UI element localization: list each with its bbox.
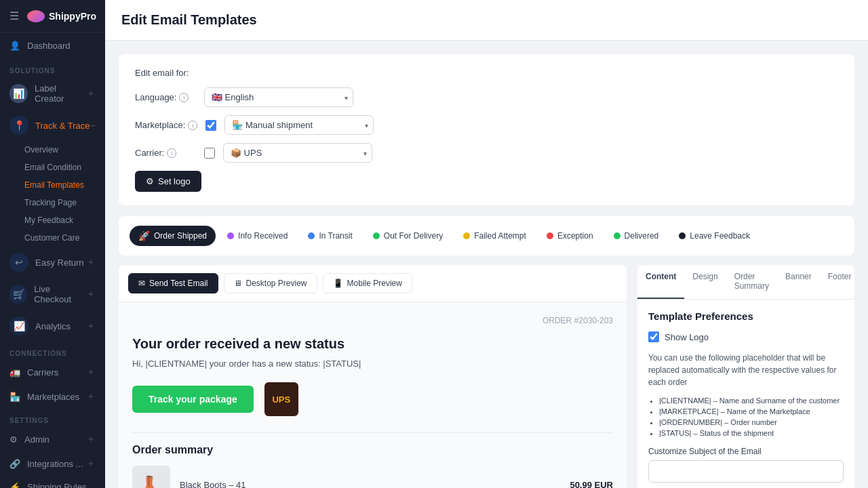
ups-logo: UPS xyxy=(264,382,298,416)
sidebar-sub-customer-care[interactable]: Customer Care xyxy=(0,229,105,247)
marketplace-checkbox[interactable] xyxy=(205,120,216,131)
send-test-email-button[interactable]: ✉ Send Test Email xyxy=(128,273,218,293)
settings-tab-footer[interactable]: Footer xyxy=(820,265,854,299)
dashboard-icon: 👤 xyxy=(9,41,20,51)
sidebar-item-analytics[interactable]: 📈 Analytics ＋ xyxy=(0,310,105,342)
tab-in-transit-label: In Transit xyxy=(319,231,352,241)
sidebar-sub-tracking-page[interactable]: Tracking Page xyxy=(0,194,105,211)
settings-panel-tabs: Content Design Order Summary Banner Foot… xyxy=(637,265,854,300)
tab-leave-feedback-icon xyxy=(679,232,686,239)
sidebar-sub-email-condition[interactable]: Email Condition xyxy=(0,159,105,176)
show-logo-checkbox[interactable] xyxy=(648,331,659,342)
label-creator-expand-icon[interactable]: ＋ xyxy=(86,87,96,100)
logo-icon xyxy=(27,10,45,22)
tab-leave-feedback-label: Leave Feedback xyxy=(690,231,750,241)
ups-text: UPS xyxy=(272,394,290,405)
sidebar-item-carriers[interactable]: 🚛 Carriers ＋ xyxy=(0,360,105,384)
content-area: Edit email for: Language: i 🇬🇧 English ▾… xyxy=(105,41,868,488)
tab-order-shipped[interactable]: 🚀 Order Shipped xyxy=(130,226,216,246)
sidebar-item-easy-return[interactable]: ↩ Easy Return ＋ xyxy=(0,247,105,278)
email-body-text: Hi, |CLIENTNAME| your order has a new st… xyxy=(132,359,613,369)
tab-exception[interactable]: Exception xyxy=(538,226,602,245)
carriers-expand-icon[interactable]: ＋ xyxy=(86,366,96,378)
placeholder-info: You can use the following placeholder th… xyxy=(648,352,844,388)
template-preferences-title: Template Preferences xyxy=(648,310,844,322)
tab-leave-feedback[interactable]: Leave Feedback xyxy=(670,226,759,245)
tab-out-for-delivery[interactable]: Out For Delivery xyxy=(364,226,452,245)
tab-in-transit-icon xyxy=(308,232,315,239)
editor-area: ✉ Send Test Email 🖥 Desktop Preview 📱 Mo… xyxy=(119,265,854,488)
settings-tab-design[interactable]: Design xyxy=(684,265,726,299)
integrations-expand-icon[interactable]: ＋ xyxy=(86,458,96,470)
tab-failed-attempt-icon xyxy=(463,232,470,239)
sidebar-item-label-creator[interactable]: 📊 Label Creator ＋ xyxy=(0,77,105,110)
live-checkout-icon: 🛒 xyxy=(9,285,27,304)
sidebar-sub-overview[interactable]: Overview xyxy=(0,141,105,159)
sidebar-item-integrations[interactable]: 🔗 Integrations ... ＋ xyxy=(0,451,105,476)
order-item-price: 50.99 EUR xyxy=(570,480,613,489)
marketplace-select-wrapper[interactable]: 🏪 Manual shipment ▾ xyxy=(224,115,374,135)
settings-tab-order-summary[interactable]: Order Summary xyxy=(726,265,777,299)
placeholder-clientname: |CLIENTNAME| – Name and Surname of the c… xyxy=(659,396,844,405)
marketplaces-expand-icon[interactable]: ＋ xyxy=(86,390,96,403)
hamburger-icon[interactable]: ☰ xyxy=(9,9,19,22)
settings-tab-banner[interactable]: Banner xyxy=(777,265,820,299)
sidebar-item-live-checkout[interactable]: 🛒 Live Checkout ＋ xyxy=(0,278,105,310)
analytics-expand-icon[interactable]: ＋ xyxy=(86,320,96,332)
tab-info-received-label: Info Received xyxy=(238,231,288,241)
shipping-rules-label: Shipping Rules xyxy=(27,482,86,488)
analytics-icon: 📈 xyxy=(9,317,28,336)
carrier-select-wrapper[interactable]: 📦 UPS ▾ xyxy=(223,143,372,163)
carrier-select[interactable]: 📦 UPS xyxy=(223,143,372,163)
carriers-icon: 🚛 xyxy=(9,367,20,378)
tab-failed-attempt[interactable]: Failed Attempt xyxy=(454,226,535,245)
easy-return-expand-icon[interactable]: ＋ xyxy=(86,256,96,268)
desktop-icon: 🖥 xyxy=(234,279,242,288)
sidebar-item-dashboard[interactable]: 👤 Dashboard xyxy=(0,33,105,59)
tab-delivered[interactable]: Delivered xyxy=(605,226,668,245)
email-actions: Track your package UPS xyxy=(132,382,613,416)
customize-subject-input[interactable] xyxy=(648,460,844,483)
sidebar-sub-email-templates[interactable]: Email Templates xyxy=(0,176,105,194)
tab-info-received[interactable]: Info Received xyxy=(218,226,296,245)
shipping-rules-icon: ⚡ xyxy=(9,482,20,488)
show-logo-row: Show Logo xyxy=(648,331,844,342)
order-item-image: 👢 xyxy=(132,466,170,488)
language-select[interactable]: 🇬🇧 English xyxy=(204,87,353,107)
track-trace-collapse-icon[interactable]: − xyxy=(90,121,96,131)
admin-expand-icon[interactable]: ＋ xyxy=(86,433,96,445)
easy-return-icon: ↩ xyxy=(9,253,28,272)
tab-in-transit[interactable]: In Transit xyxy=(299,226,361,245)
tab-failed-attempt-label: Failed Attempt xyxy=(474,231,526,241)
carrier-row: Carrier: i 📦 UPS ▾ xyxy=(135,143,838,163)
language-info-icon: i xyxy=(179,93,189,102)
mobile-preview-button[interactable]: 📱 Mobile Preview xyxy=(323,273,412,293)
edit-email-for-label: Edit email for: xyxy=(135,68,838,78)
live-checkout-expand-icon[interactable]: ＋ xyxy=(86,288,96,300)
app-name: ShippyPro xyxy=(49,11,96,22)
analytics-label: Analytics xyxy=(35,321,71,331)
tab-exception-label: Exception xyxy=(557,231,593,241)
placeholder-marketplace: |MARKETPLACE| – Name of the Marketplace xyxy=(659,407,844,415)
language-row: Language: i 🇬🇧 English ▾ xyxy=(135,87,838,107)
sidebar-item-marketplaces[interactable]: 🏪 Marketplaces ＋ xyxy=(0,384,105,409)
boot-icon: 👢 xyxy=(141,475,161,488)
settings-tab-content[interactable]: Content xyxy=(637,265,684,299)
label-creator-icon: 📊 xyxy=(9,84,28,103)
set-logo-button[interactable]: ⚙ Set logo xyxy=(135,171,201,192)
sidebar-sub-my-feedback[interactable]: My Feedback xyxy=(0,211,105,229)
track-package-button[interactable]: Track your package xyxy=(132,386,254,413)
desktop-preview-button[interactable]: 🖥 Desktop Preview xyxy=(224,273,317,293)
marketplaces-icon: 🏪 xyxy=(9,392,20,402)
language-select-wrapper[interactable]: 🇬🇧 English ▾ xyxy=(204,87,353,107)
carrier-checkbox[interactable] xyxy=(204,148,215,159)
sidebar-item-shipping-rules[interactable]: ⚡ Shipping Rules xyxy=(0,476,105,488)
marketplace-select[interactable]: 🏪 Manual shipment xyxy=(224,115,374,135)
label-creator-label: Label Creator xyxy=(35,83,86,104)
sidebar-item-track-trace[interactable]: 📍 Track & Trace − xyxy=(0,110,105,141)
carrier-label: Carrier: i xyxy=(135,148,196,158)
easy-return-label: Easy Return xyxy=(35,258,84,268)
sidebar-item-admin[interactable]: ⚙ Admin ＋ xyxy=(0,427,105,451)
order-item: 👢 Black Boots – 41 50.99 EUR xyxy=(132,466,613,488)
tab-out-for-delivery-label: Out For Delivery xyxy=(384,231,443,241)
